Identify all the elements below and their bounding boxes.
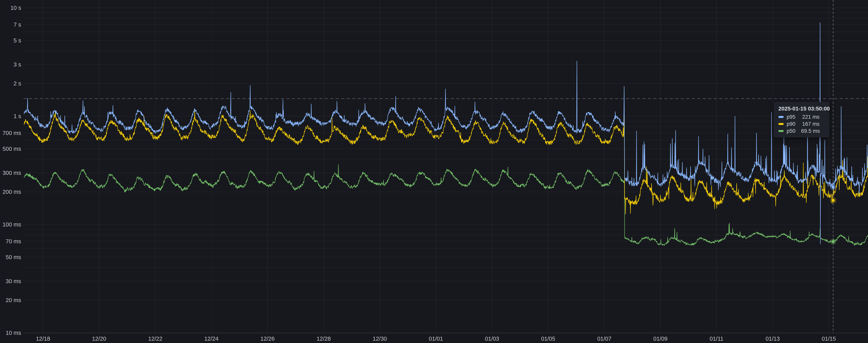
x-tick-label: 01/09 xyxy=(653,336,668,342)
y-tick-label: 1 s xyxy=(13,113,21,119)
x-tick-label: 01/05 xyxy=(541,336,555,342)
x-tick-label: 12/30 xyxy=(373,336,387,342)
x-tick-label: 01/01 xyxy=(429,336,443,342)
y-tick-label: 10 s xyxy=(10,5,21,11)
y-tick-label: 700 ms xyxy=(3,130,21,136)
latency-panel: 10 s7 s5 s3 s2 s1 s700 ms500 ms300 ms200… xyxy=(0,0,868,343)
tooltip-series-value: 221 ms xyxy=(802,114,819,120)
y-tick-label: 70 ms xyxy=(6,238,21,244)
y-tick-label: 500 ms xyxy=(3,146,21,152)
x-axis-labels: 12/1812/2012/2212/2412/2612/2812/3001/01… xyxy=(36,336,836,342)
chart-tooltip: 2025-01-15 03:50:00 p95 221 ms p90 167 m… xyxy=(774,102,829,137)
x-tick-label: 12/28 xyxy=(316,336,331,342)
tooltip-series-value: 69.5 ms xyxy=(801,128,820,134)
y-tick-label: 100 ms xyxy=(3,221,21,228)
hover-dot-p95 xyxy=(832,186,835,189)
y-tick-label: 50 ms xyxy=(6,254,21,260)
y-tick-label: 30 ms xyxy=(6,278,21,284)
tooltip-timestamp: 2025-01-15 03:50:00 xyxy=(778,105,825,112)
p90-line xyxy=(24,110,868,214)
y-tick-label: 20 ms xyxy=(6,297,21,303)
x-tick-label: 12/20 xyxy=(92,336,106,342)
x-tick-label: 01/13 xyxy=(766,336,780,342)
x-tick-label: 01/03 xyxy=(485,336,499,342)
y-tick-label: 10 ms xyxy=(6,330,21,336)
y-tick-label: 7 s xyxy=(13,22,21,28)
y-tick-label: 300 ms xyxy=(3,170,21,176)
grid-lines xyxy=(24,0,868,333)
x-tick-label: 01/11 xyxy=(710,336,723,342)
tooltip-series-label: p90 xyxy=(786,121,801,127)
y-tick-label: 200 ms xyxy=(3,189,21,195)
hover-dot-p90 xyxy=(832,199,835,202)
x-tick-label: 12/26 xyxy=(260,336,275,342)
hover-dot-p50 xyxy=(832,240,835,243)
series-marker-p50-icon xyxy=(778,130,784,132)
y-tick-label: 2 s xyxy=(13,81,21,87)
tooltip-series-label: p50 xyxy=(786,128,801,134)
y-tick-label: 3 s xyxy=(13,61,21,68)
x-tick-label: 12/22 xyxy=(148,336,162,342)
x-tick-label: 01/07 xyxy=(597,336,612,342)
p50-line xyxy=(24,164,868,246)
tooltip-row-p50: p50 69.5 ms xyxy=(778,127,825,134)
tooltip-series-label: p95 xyxy=(786,114,801,120)
series-marker-p95-icon xyxy=(778,116,784,118)
y-axis-labels: 10 s7 s5 s3 s2 s1 s700 ms500 ms300 ms200… xyxy=(3,5,21,336)
tooltip-row-p90: p90 167 ms xyxy=(778,121,825,127)
tooltip-row-p95: p95 221 ms xyxy=(778,114,825,121)
x-tick-label: 01/15 xyxy=(822,336,836,342)
x-tick-label: 12/24 xyxy=(204,336,218,342)
x-tick-label: 12/18 xyxy=(36,336,50,342)
latency-chart-canvas[interactable]: 10 s7 s5 s3 s2 s1 s700 ms500 ms300 ms200… xyxy=(0,0,868,343)
tooltip-series-value: 167 ms xyxy=(802,121,819,127)
series-layer xyxy=(24,23,868,246)
y-tick-label: 5 s xyxy=(13,37,21,43)
series-marker-p90-icon xyxy=(778,123,784,125)
